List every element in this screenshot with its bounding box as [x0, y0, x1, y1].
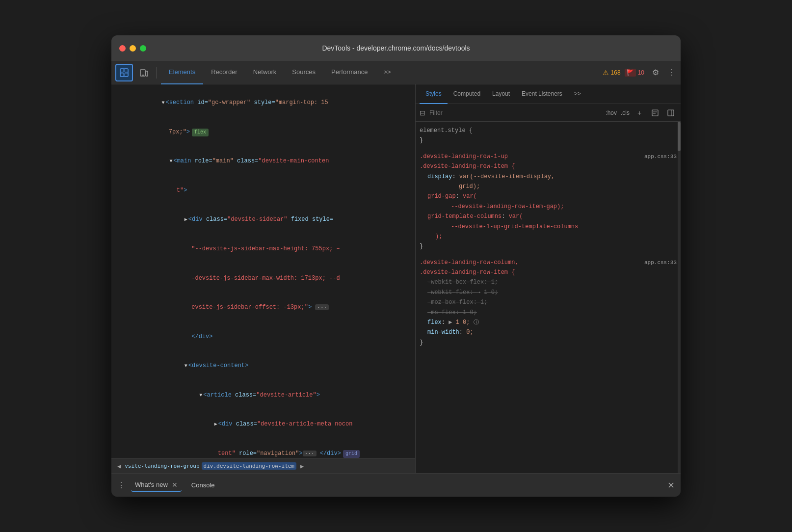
tab-network[interactable]: Network	[245, 61, 285, 84]
breadcrumb-item-2[interactable]: div.devsite-landing-row-item	[202, 462, 296, 470]
element-selector-button[interactable]	[115, 64, 133, 81]
html-line[interactable]: 7px;">flex	[111, 118, 415, 147]
css-source-1: app.css:33	[644, 152, 677, 161]
warning-count: 168	[611, 69, 621, 76]
css-prop-gap-cont: --devsite-landing-row-item-gap);	[427, 202, 677, 212]
sidebar-toggle-icon	[667, 109, 674, 116]
breadcrumb-item-1[interactable]: vsite-landing-row-group	[125, 463, 199, 469]
elements-content[interactable]: ▼<section id="gc-wrapper" style="margin-…	[111, 84, 415, 458]
new-style-rule-button[interactable]	[649, 107, 661, 119]
titlebar: DevTools - developer.chrome.com/docs/dev…	[111, 35, 681, 61]
css-prop-display: display: var(--devsite-item-display,	[427, 172, 677, 182]
css-rule-1-body: display: var(--devsite-item-display, gri…	[420, 172, 677, 242]
css-rule-2-body: -webkit-box-flex: 1; -webkit-flex: → 1 0…	[420, 277, 677, 337]
drawer-tab-whats-new[interactable]: What's new ✕	[131, 479, 182, 492]
css-rule-1-header: .devsite-landing-row-1-up .devsite-landi…	[420, 152, 677, 172]
drawer-tab-console[interactable]: Console	[187, 479, 219, 491]
styles-content[interactable]: element.style { } .devsite-landing-row-1…	[416, 122, 681, 473]
devtools-toolbar: Elements Recorder Network Sources Perfor…	[111, 61, 681, 84]
tab-computed[interactable]: Computed	[448, 84, 486, 104]
scrollbar-track	[678, 122, 681, 473]
maximize-button[interactable]	[140, 45, 146, 52]
tab-styles-more[interactable]: >>	[568, 84, 587, 104]
window-title: DevTools - developer.chrome.com/docs/dev…	[322, 44, 470, 52]
more-icon: ⋮	[668, 68, 676, 77]
breadcrumb-forward-button[interactable]: ▶	[298, 463, 306, 470]
css-prop-gap: grid-gap: var(	[427, 191, 677, 201]
html-line[interactable]: evsite-js-sidebar-offset: -13px;"> ···	[111, 293, 415, 322]
svg-rect-8	[652, 110, 658, 116]
toolbar-divider-1	[157, 67, 157, 79]
warning-icon: ⚠	[603, 69, 609, 77]
css-rule-1-selectors: .devsite-landing-row-1-up .devsite-landi…	[420, 152, 515, 172]
styles-toolbar: ⊟ :hov .cls +	[416, 104, 681, 122]
css-prop-flex: flex: ▶ 1 0; ⓘ	[427, 318, 677, 327]
css-rule-2: .devsite-landing-row-column, .devsite-la…	[420, 258, 677, 348]
tab-more[interactable]: >>	[375, 61, 398, 84]
minimize-button[interactable]	[130, 45, 136, 52]
css-rule-1-close: }	[420, 241, 677, 251]
html-line[interactable]: ▶<div class="devsite-article-meta nocon	[111, 410, 415, 439]
html-line[interactable]: ▼<article class="devsite-article">	[111, 381, 415, 410]
tab-layout[interactable]: Layout	[486, 84, 516, 104]
devtools-window: DevTools - developer.chrome.com/docs/dev…	[111, 35, 681, 497]
selector-icon	[120, 68, 129, 77]
html-line[interactable]: ▼<devsite-content>	[111, 351, 415, 381]
device-mode-icon	[139, 68, 148, 77]
css-prop-grid-template-cont: --devsite-1-up-grid-template-columns	[427, 222, 677, 232]
css-prop-grid-template: grid-template-columns: var(	[427, 212, 677, 221]
html-line[interactable]: ▶<div class="devsite-sidebar" fixed styl…	[111, 205, 415, 235]
css-source-2: app.css:33	[644, 258, 677, 267]
html-line[interactable]: tent" role="navigation">··· </div>grid	[111, 439, 415, 458]
device-mode-button[interactable]	[135, 64, 153, 81]
tab-sources[interactable]: Sources	[284, 61, 323, 84]
html-line[interactable]: </div>	[111, 322, 415, 352]
toggle-sidebar-button[interactable]	[665, 107, 677, 119]
whats-new-close-button[interactable]: ✕	[172, 481, 178, 489]
css-prop-moz-box-flex: -moz-box-flex: 1;	[427, 297, 677, 307]
breadcrumb-bar: ◀ vsite-landing-row-group div.devsite-la…	[111, 458, 415, 473]
css-prop-display-cont: grid);	[427, 182, 677, 191]
breadcrumb-back-button[interactable]: ◀	[115, 463, 123, 470]
css-prop-webkit-flex: -webkit-flex: → 1 0;	[427, 288, 677, 297]
pseudo-class-hov[interactable]: :hov	[606, 109, 617, 116]
traffic-lights	[119, 45, 146, 52]
tab-elements[interactable]: Elements	[161, 61, 203, 84]
html-line[interactable]: t">	[111, 176, 415, 206]
css-prop-min-width: min-width: 0;	[427, 327, 677, 337]
styles-tabs: Styles Computed Layout Event Listeners >…	[416, 84, 681, 104]
css-prop-webkit-box-flex: -webkit-box-flex: 1;	[427, 277, 677, 287]
warning-badge[interactable]: ⚠ 168	[603, 69, 621, 77]
tab-event-listeners[interactable]: Event Listeners	[516, 84, 568, 104]
drawer-more-button[interactable]: ⋮	[117, 480, 125, 490]
svg-rect-11	[668, 110, 674, 116]
filter-input[interactable]	[429, 109, 602, 116]
tab-performance[interactable]: Performance	[323, 61, 375, 84]
settings-icon: ⚙	[652, 68, 659, 77]
error-badge[interactable]: 🚩 10	[625, 69, 644, 77]
settings-button[interactable]: ⚙	[648, 65, 663, 80]
svg-rect-0	[120, 69, 128, 77]
html-line[interactable]: ▼<section id="gc-wrapper" style="margin-…	[111, 88, 415, 118]
add-style-rule-button[interactable]: +	[634, 107, 645, 119]
html-line[interactable]: ▼<main role="main" class="devsite-main-c…	[111, 147, 415, 176]
tab-recorder[interactable]: Recorder	[203, 61, 245, 84]
close-button[interactable]	[119, 45, 126, 52]
html-line[interactable]: -devsite-js-sidebar-max-width: 1713px; -…	[111, 264, 415, 293]
more-options-button[interactable]: ⋮	[667, 65, 677, 80]
bottom-drawer: ⋮ What's new ✕ Console ✕	[111, 473, 681, 497]
error-count: 10	[638, 69, 644, 76]
css-rule-2-header: .devsite-landing-row-column, .devsite-la…	[420, 258, 677, 278]
elements-panel: ▼<section id="gc-wrapper" style="margin-…	[111, 84, 416, 473]
error-icon: 🚩	[625, 69, 636, 77]
drawer-close-button[interactable]: ✕	[667, 480, 675, 491]
html-line[interactable]: "--devsite-js-sidebar-max-height: 755px;…	[111, 235, 415, 264]
scrollbar-thumb[interactable]	[678, 122, 681, 151]
css-rule-element-style: element.style { }	[420, 126, 677, 146]
css-rule-close: }	[420, 135, 677, 145]
tab-styles[interactable]: Styles	[420, 84, 448, 104]
toolbar-right: ⚠ 168 🚩 10 ⚙ ⋮	[603, 65, 677, 80]
css-prop-grid-template-end: );	[427, 232, 677, 241]
pseudo-class-cls[interactable]: .cls	[621, 109, 630, 116]
console-label: Console	[191, 481, 215, 489]
